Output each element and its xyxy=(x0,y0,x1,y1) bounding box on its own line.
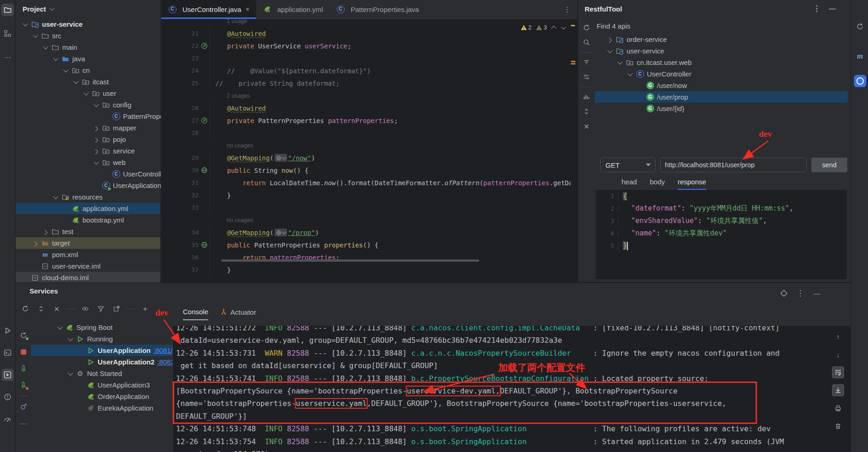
code-area[interactable]: 1 usage21 @Autowired22 private UserServi… xyxy=(161,18,571,282)
editor-tab-application-yml[interactable]: application.yml xyxy=(256,0,329,18)
project-tool-icon[interactable] xyxy=(1,4,14,16)
tree-item-userapplication[interactable]: UserApplication:8081/ xyxy=(31,345,172,356)
filter-button[interactable] xyxy=(581,56,592,68)
print-button[interactable] xyxy=(832,402,844,414)
scroll-end-button[interactable] xyxy=(832,384,844,396)
problems-tool-icon[interactable] xyxy=(1,391,14,403)
kebab-button[interactable]: ⋮ xyxy=(794,287,806,299)
tree-item-orderapplication[interactable]: OrderApplication xyxy=(31,391,172,402)
tree-item-java[interactable]: java xyxy=(16,53,160,65)
tree-item--user-id-[interactable]: G/user/{id} xyxy=(595,103,848,114)
run-tool-icon[interactable] xyxy=(1,324,14,337)
usage-hint[interactable]: no usages xyxy=(161,142,253,149)
tree-item-user-service-iml[interactable]: user-service.iml xyxy=(16,260,160,272)
chevron-down-icon[interactable] xyxy=(41,46,51,49)
port-link[interactable]: :8081/ xyxy=(153,346,173,354)
bars-button[interactable] xyxy=(581,91,592,103)
horizontal-scrollbar[interactable] xyxy=(221,259,479,262)
bean-gutter-icon[interactable] xyxy=(199,42,210,49)
tree-item-user[interactable]: user xyxy=(16,88,160,99)
tree-item-bootstrap-yml[interactable]: bootstrap.yml xyxy=(16,214,160,226)
usage-hint[interactable]: no usages xyxy=(161,217,253,223)
restfultool-stripe-icon[interactable] xyxy=(854,75,866,87)
prev-problem-icon[interactable] xyxy=(551,26,557,29)
tree-item-target[interactable]: target xyxy=(16,237,160,249)
tree-item-usercontroller[interactable]: CUserController xyxy=(16,168,160,180)
tree-item-patternproperties[interactable]: CPatternProperties xyxy=(16,111,160,122)
tree-item-src[interactable]: src xyxy=(16,30,160,41)
open-new-button[interactable] xyxy=(111,303,123,315)
services-tool-icon[interactable] xyxy=(1,369,14,381)
chevron-down-icon[interactable] xyxy=(91,161,101,164)
sliders-button[interactable] xyxy=(581,71,592,83)
send-button[interactable]: send xyxy=(811,158,847,172)
tree-item--user-prop[interactable]: G/user/prop xyxy=(595,91,848,103)
chevron-down-icon[interactable] xyxy=(615,61,625,65)
close-tab-icon[interactable]: ✕ xyxy=(246,6,250,12)
chevron-right-icon[interactable] xyxy=(91,126,101,130)
maven-stripe-icon[interactable]: m xyxy=(854,50,866,62)
tree-item-application-yml[interactable]: application.yml xyxy=(16,203,160,214)
tree-item-cn-itcast-user-web[interactable]: cn.itcast.user.web xyxy=(595,57,848,68)
chevron-down-icon[interactable] xyxy=(20,23,30,26)
chevron-down-icon[interactable] xyxy=(65,337,76,341)
profiler-tool-icon[interactable] xyxy=(1,413,14,425)
structure-tool-icon[interactable] xyxy=(1,27,14,40)
chevron-down-icon[interactable] xyxy=(71,80,81,84)
down-button[interactable]: ↓ xyxy=(832,348,844,360)
min-button[interactable]: — xyxy=(825,5,840,12)
chevron-right-icon[interactable] xyxy=(91,138,101,141)
chevron-right-icon[interactable] xyxy=(30,241,41,245)
chevron-down-icon[interactable] xyxy=(91,103,101,107)
tab-head[interactable]: head xyxy=(622,178,637,190)
bean-gutter-icon[interactable] xyxy=(199,117,210,124)
collapsex-button[interactable]: ✕ xyxy=(51,303,63,315)
funnel-button[interactable] xyxy=(95,303,107,315)
chevron-down-icon[interactable] xyxy=(625,72,635,76)
chevron-right-icon[interactable] xyxy=(91,149,101,153)
tree-item-running[interactable]: Running xyxy=(31,333,172,345)
mapping-url-chip[interactable] xyxy=(275,154,287,162)
usage-hint[interactable]: 1 usage xyxy=(161,18,247,24)
mapping-url-chip[interactable] xyxy=(275,229,287,236)
search-button[interactable] xyxy=(581,36,592,48)
collapsex-button[interactable]: ✕ xyxy=(581,120,592,132)
inspections-widget[interactable]: 2 3 xyxy=(518,23,569,32)
editor-tab-options-icon[interactable]: ⋮ xyxy=(557,5,577,14)
tree-item--user-now[interactable]: G/user/now xyxy=(595,80,848,91)
method-select[interactable]: GET xyxy=(600,158,656,172)
tree-item-eurekaapplication[interactable]: EurekaApplication xyxy=(31,402,172,414)
tree-item-userapplication[interactable]: CUserApplication xyxy=(16,180,160,191)
expand-button[interactable] xyxy=(581,106,592,117)
tree-item-resources[interactable]: resources xyxy=(16,191,160,203)
tree-item-test[interactable]: test xyxy=(16,226,160,237)
kebab-button[interactable]: ⋮ xyxy=(809,5,825,12)
url-input[interactable] xyxy=(660,158,807,172)
chevron-down-icon[interactable] xyxy=(61,69,71,72)
tree-item-main[interactable]: main xyxy=(16,41,160,53)
terminal-tool-icon[interactable] xyxy=(1,346,14,359)
chevron-down-icon[interactable] xyxy=(51,195,61,199)
rocket-button[interactable] xyxy=(18,363,29,375)
expand-button[interactable] xyxy=(35,303,47,315)
chevron-down-icon[interactable] xyxy=(51,57,61,61)
refresh-button[interactable] xyxy=(581,22,592,34)
tree-item-itcast[interactable]: itcast xyxy=(16,76,160,88)
rocket-debug-button[interactable] xyxy=(18,379,29,391)
more-tools-icon[interactable]: ⋯ xyxy=(1,51,14,64)
project-panel-header[interactable]: Project xyxy=(16,0,160,18)
tree-item-not-started[interactable]: ⚙Not Started xyxy=(31,368,172,379)
chevron-down-icon[interactable] xyxy=(55,326,65,329)
tree-item-userapplication3[interactable]: UserApplication3 xyxy=(31,379,172,391)
tree-item-order-service[interactable]: order-service xyxy=(595,34,848,45)
editor-scroll-marks[interactable] xyxy=(571,18,576,282)
editor-tab-usercontroller-java[interactable]: CUserController.java✕ xyxy=(161,0,256,18)
tree-item-mapper[interactable]: mapper xyxy=(16,122,160,134)
chevron-right-icon[interactable] xyxy=(605,38,615,41)
stop-button[interactable] xyxy=(18,346,29,358)
tree-item-pojo[interactable]: pojo xyxy=(16,134,160,145)
chevron-down-icon[interactable] xyxy=(81,92,91,95)
editor-tab-patternproperties-java[interactable]: CPatternProperties.java xyxy=(329,0,425,18)
next-problem-icon[interactable] xyxy=(561,26,566,29)
tree-item-user-service[interactable]: user-service xyxy=(595,45,848,57)
